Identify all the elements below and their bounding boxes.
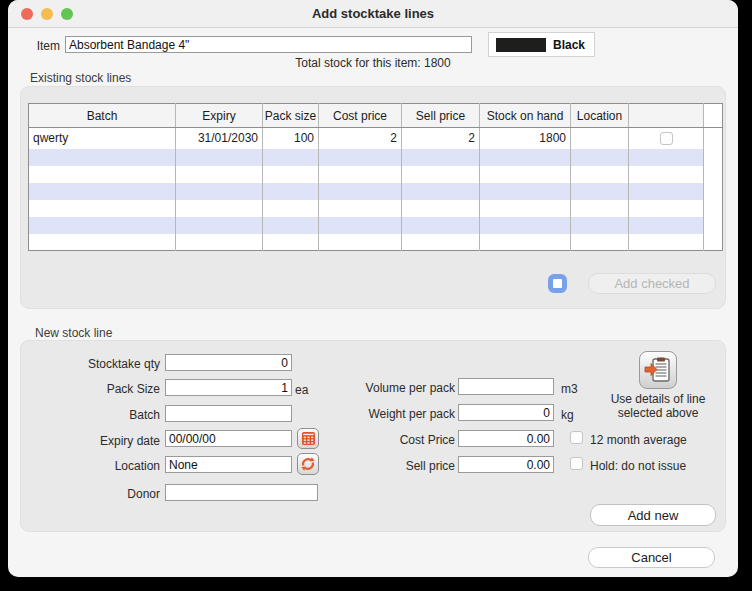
table-row[interactable]: qwerty31/01/2030100221800 (29, 128, 723, 149)
clipboard-arrow-icon (643, 355, 673, 385)
table-cell (319, 149, 402, 166)
table-cell (629, 149, 704, 166)
table-cell (704, 149, 723, 166)
use-details-caption: Use details of line selected above (588, 392, 728, 420)
table-cell (704, 234, 723, 251)
table-cell (319, 234, 402, 251)
table-cell (176, 149, 263, 166)
location-refresh-button[interactable] (297, 453, 319, 475)
pack-size-suffix: ea (295, 383, 308, 397)
table-cell (263, 217, 319, 234)
batch-input[interactable] (165, 405, 292, 422)
table-cell (29, 166, 176, 183)
table-cell (571, 128, 629, 149)
table-cell (571, 234, 629, 251)
weight-per-pack-input[interactable] (458, 404, 554, 421)
cost-price-label: Cost Price (335, 433, 455, 447)
12-month-average-label: 12 month average (590, 433, 687, 447)
donor-label: Donor (40, 487, 160, 501)
column-header[interactable] (629, 104, 704, 128)
table-cell (319, 166, 402, 183)
existing-group-label: Existing stock lines (30, 71, 131, 85)
table-cell (571, 166, 629, 183)
scrollbar-track[interactable] (704, 128, 723, 149)
empty-table-row[interactable] (29, 183, 723, 200)
title-bar: Add stocktake lines (8, 0, 738, 28)
calendar-icon (301, 431, 316, 446)
table-cell (402, 166, 480, 183)
color-swatch (496, 38, 546, 52)
empty-table-row[interactable] (29, 217, 723, 234)
volume-suffix: m3 (561, 382, 578, 396)
table-cell (480, 166, 571, 183)
add-new-button[interactable]: Add new (590, 504, 716, 526)
batch-label: Batch (40, 408, 160, 422)
empty-table-row[interactable] (29, 166, 723, 183)
table-cell: 2 (402, 128, 480, 149)
table-cell (480, 183, 571, 200)
color-swatch-box[interactable]: Black (488, 32, 595, 57)
table-cell (263, 149, 319, 166)
stocktake-qty-input[interactable] (165, 354, 292, 371)
check-all-icon[interactable] (548, 274, 567, 293)
location-label: Location (40, 459, 160, 473)
table-cell (571, 200, 629, 217)
table-cell (629, 166, 704, 183)
row-checkbox[interactable] (660, 132, 673, 145)
empty-table-row[interactable] (29, 200, 723, 217)
new-stock-group-label: New stock line (35, 326, 112, 340)
table-cell (480, 217, 571, 234)
empty-table-row[interactable] (29, 149, 723, 166)
table-cell (480, 234, 571, 251)
table-cell (29, 234, 176, 251)
calendar-button[interactable] (297, 428, 319, 449)
12-month-average-checkbox[interactable] (570, 431, 583, 444)
column-header[interactable] (704, 104, 723, 128)
window-title: Add stocktake lines (8, 6, 738, 21)
column-header[interactable]: Sell price (402, 104, 480, 128)
table-cell (263, 166, 319, 183)
table-cell (263, 200, 319, 217)
table-cell (402, 217, 480, 234)
column-header[interactable]: Batch (29, 104, 176, 128)
sell-price-input[interactable] (458, 456, 554, 473)
table-cell (319, 183, 402, 200)
pack-size-input[interactable] (165, 379, 292, 396)
column-header[interactable]: Location (571, 104, 629, 128)
table-cell (176, 166, 263, 183)
weight-suffix: kg (561, 408, 574, 422)
hold-do-not-issue-label: Hold: do not issue (590, 459, 686, 473)
table-cell: 31/01/2030 (176, 128, 263, 149)
dialog-window: Add stocktake lines Item Black Total sto… (8, 0, 738, 577)
volume-per-pack-input[interactable] (458, 378, 554, 395)
table-cell: 100 (263, 128, 319, 149)
column-header[interactable]: Stock on hand (480, 104, 571, 128)
cancel-button[interactable]: Cancel (588, 547, 715, 568)
column-header[interactable]: Expiry (176, 104, 263, 128)
table-cell (402, 183, 480, 200)
refresh-icon (300, 456, 316, 472)
column-header[interactable]: Cost price (319, 104, 402, 128)
expiry-date-input[interactable] (165, 430, 292, 447)
stock-table[interactable]: BatchExpiryPack sizeCost priceSell price… (28, 103, 723, 251)
donor-input[interactable] (165, 484, 318, 501)
table-cell (402, 149, 480, 166)
expiry-date-label: Expiry date (40, 434, 160, 448)
empty-table-row[interactable] (29, 234, 723, 251)
use-details-button[interactable] (639, 351, 677, 389)
item-input[interactable] (65, 36, 472, 53)
cost-price-input[interactable] (458, 430, 554, 447)
table-cell (704, 166, 723, 183)
table-cell (176, 217, 263, 234)
location-input[interactable] (165, 456, 292, 473)
add-checked-button[interactable]: Add checked (588, 273, 716, 294)
table-cell (629, 183, 704, 200)
pack-size-label: Pack Size (40, 382, 160, 396)
table-cell: qwerty (29, 128, 176, 149)
column-header[interactable]: Pack size (263, 104, 319, 128)
hold-do-not-issue-checkbox[interactable] (570, 457, 583, 470)
table-cell (704, 200, 723, 217)
table-cell (571, 183, 629, 200)
table-cell: 2 (319, 128, 402, 149)
table-cell (29, 200, 176, 217)
